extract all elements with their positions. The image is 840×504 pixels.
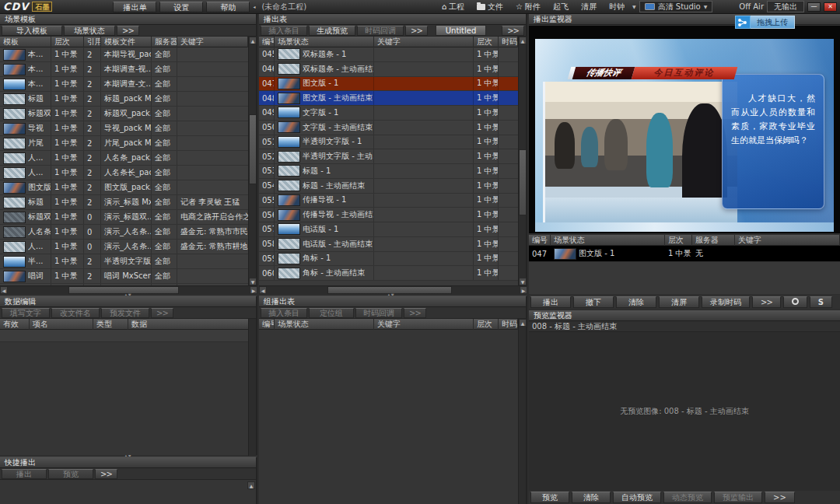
more-buttons-chevron[interactable]: >>	[765, 492, 795, 503]
group-playlist-tab-2[interactable]: 时码回调	[355, 308, 402, 318]
playlist-row[interactable]: 048图文版 - 主动画结束1 中景	[259, 91, 520, 106]
playlist-row[interactable]: 059角标 - 11 中景	[259, 252, 520, 267]
tool-project[interactable]: ⌂工程	[437, 2, 469, 12]
playlist-tab-2[interactable]: 时码回调	[357, 26, 404, 36]
playlist-row[interactable]: 058电话版 - 主动画结束1 中景	[259, 237, 520, 252]
clear-button[interactable]: 清除	[616, 296, 656, 308]
quick-play-button[interactable]: 播出	[2, 469, 47, 479]
playlist-row[interactable]: 056传播导视 - 主动画结束1 中景	[259, 208, 520, 222]
menu-playlist[interactable]: 播出单	[113, 2, 156, 12]
preview-current-item[interactable]: 008 - 标题 - 主动画结束	[529, 321, 840, 332]
column-header-0[interactable]: 编号	[529, 235, 551, 246]
scroll-left-icon[interactable]: ◀	[259, 286, 267, 294]
column-header-4[interactable]: 时码	[499, 319, 518, 330]
playlist-tab-0[interactable]: 插入条目	[261, 26, 307, 36]
scroll-thumb[interactable]	[519, 149, 527, 215]
more-buttons-chevron[interactable]: >>	[151, 308, 173, 318]
more-buttons-chevron[interactable]: >>	[117, 26, 139, 36]
playlist-row[interactable]: 050文字版 - 主动画结束1 中景	[259, 121, 520, 135]
column-header-1[interactable]: 场景状态	[275, 37, 374, 47]
group-playlist-tab-1[interactable]: 定位组	[309, 308, 354, 318]
column-header-1[interactable]: 层次	[51, 37, 84, 47]
template-row[interactable]: 图文版1 中景2图文版_pack...全部	[0, 180, 250, 195]
studio-selector[interactable]: 高清 Studio▼	[639, 1, 713, 12]
drag-upload-button[interactable]: 拖拽上传	[735, 16, 795, 29]
data-editor-tab-1[interactable]: 改文件名	[51, 308, 100, 318]
column-header-4[interactable]: 服务器	[152, 37, 177, 47]
playlist-row[interactable]: 045双标题条 - 11 中景	[259, 47, 520, 62]
auto-preview-button[interactable]: 自动预览	[613, 492, 661, 503]
playlist-row[interactable]: 049文字版 - 11 中景	[259, 106, 520, 121]
group-vscrollbar[interactable]: ▲	[518, 319, 526, 504]
data-editor-vscrollbar[interactable]	[248, 319, 256, 456]
template-row[interactable]: 人...1 中景2人名条长_pac...全部	[0, 166, 250, 180]
scroll-down-icon[interactable]: ▼	[249, 278, 257, 285]
take-down-button[interactable]: 撤下	[573, 296, 614, 308]
templates-vscrollbar[interactable]: ▲ ▼	[248, 37, 256, 285]
column-header-5[interactable]: 关键字	[177, 37, 248, 47]
dynamic-preview-button[interactable]: 动态预览	[663, 492, 712, 503]
play-out-button[interactable]: 播出	[530, 296, 571, 308]
column-header-1[interactable]: 场景状态	[275, 319, 374, 330]
column-header-0[interactable]: 模板	[0, 37, 51, 47]
more-tabs-chevron[interactable]: >>	[502, 26, 524, 36]
column-header-2[interactable]: 层次	[665, 235, 692, 246]
template-row[interactable]: 本...1 中景2本期导视_pac...全部	[0, 47, 250, 62]
scene-state-button[interactable]: 场景状态	[64, 26, 115, 36]
import-template-button[interactable]: 导入模板	[2, 26, 62, 36]
template-row[interactable]: 标题双1 中景2标题双_pack...全部	[0, 107, 250, 121]
column-header-3[interactable]: 服务器	[692, 235, 735, 246]
scroll-up-icon[interactable]: ▲	[519, 37, 527, 44]
template-row[interactable]: 导视1 中景2导视_pack Mx...全部	[0, 121, 250, 136]
column-header-2[interactable]: 关键字	[374, 319, 474, 330]
playlist-row[interactable]: 055传播导视 - 11 中景	[259, 194, 520, 208]
template-row[interactable]: 片尾1 中景2片尾_pack Mx...全部	[0, 136, 250, 151]
preview-output-button[interactable]: 预监输出	[714, 492, 762, 503]
template-row[interactable]: 本...1 中景2本期调查-文...全部	[0, 77, 250, 92]
snapshot-button[interactable]	[783, 296, 807, 308]
preview-button[interactable]: 预览	[530, 492, 569, 503]
template-row[interactable]: 人名条短1 中景0演示_人名条...全部盛金元: 常熟市市民	[0, 225, 250, 240]
column-header-2[interactable]: 引用	[84, 37, 101, 47]
column-header-4[interactable]: 关键字	[735, 235, 840, 246]
scroll-up-icon[interactable]: ▲	[249, 37, 257, 44]
template-row[interactable]: 半...1 中景2半透明文字版...全部	[0, 254, 250, 269]
tool-takeoff[interactable]: 起飞	[548, 2, 573, 12]
playlist-row[interactable]: 051半透明文字版 - 11 中景	[259, 135, 520, 150]
template-row[interactable]: 本...1 中景2本期调查-视...全部	[0, 62, 250, 77]
tool-clear-screen[interactable]: 清屏	[576, 2, 601, 12]
template-row[interactable]: 人...1 中景2人名条_pack...全部	[0, 151, 250, 166]
playlist-row[interactable]: 046双标题条 - 主动画结束1 中景	[259, 62, 520, 77]
playlist-row[interactable]: 057电话版 - 11 中景	[259, 222, 520, 237]
clear-button[interactable]: 清除	[572, 492, 611, 503]
playlist-row[interactable]: 060角标 - 主动画结束1 中景	[259, 266, 520, 281]
template-row[interactable]: 唱词1 中景2唱词 MxScene全部	[0, 269, 250, 284]
tool-files[interactable]: 文件	[472, 2, 508, 12]
minimize-button[interactable]: —	[807, 2, 821, 12]
column-header-0[interactable]: 编号	[259, 37, 275, 47]
column-header-2[interactable]: 关键字	[374, 37, 474, 47]
column-header-3[interactable]: 数据	[128, 319, 251, 330]
tool-attachments[interactable]: ☆附件	[511, 2, 545, 12]
scroll-up-icon[interactable]: ▲	[519, 319, 527, 327]
clock-dropdown-icon[interactable]: ▼	[632, 4, 636, 9]
scroll-right-icon[interactable]: ▶	[250, 286, 257, 294]
column-header-3[interactable]: 层次	[474, 319, 499, 330]
tool-clock[interactable]: 时钟	[604, 2, 629, 12]
record-timecode-button[interactable]: 录制时码	[702, 296, 750, 308]
menu-settings[interactable]: 设置	[159, 2, 203, 12]
template-row[interactable]: 人...1 中景0演示_人名条...全部盛金元: 常熟市耕地质量	[0, 240, 250, 254]
playlist-row[interactable]: 047图文版 - 11 中景	[259, 77, 520, 92]
playlist-tab-1[interactable]: 生成预览	[309, 26, 355, 36]
scroll-left-icon[interactable]: ◀	[0, 286, 8, 294]
menu-help[interactable]: 帮助	[206, 2, 250, 12]
more-buttons-chevron[interactable]: >>	[95, 469, 117, 479]
playlist-vscrollbar[interactable]: ▲ ▼	[518, 37, 526, 285]
playlist-row[interactable]: 052半透明文字版 - 主动...1 中景	[259, 149, 520, 164]
column-header-0[interactable]: 编号	[259, 319, 275, 330]
quick-preview-button[interactable]: 预览	[48, 469, 93, 479]
template-row[interactable]: 标题双1 中景0演示_标题双...全部电商之路开启合作之旅	[0, 210, 250, 225]
document-tab-untitled[interactable]: Untitled	[436, 25, 487, 36]
scroll-right-icon[interactable]: ▶	[520, 286, 527, 294]
playlist-row[interactable]: 053标题 - 11 中景	[259, 164, 520, 179]
